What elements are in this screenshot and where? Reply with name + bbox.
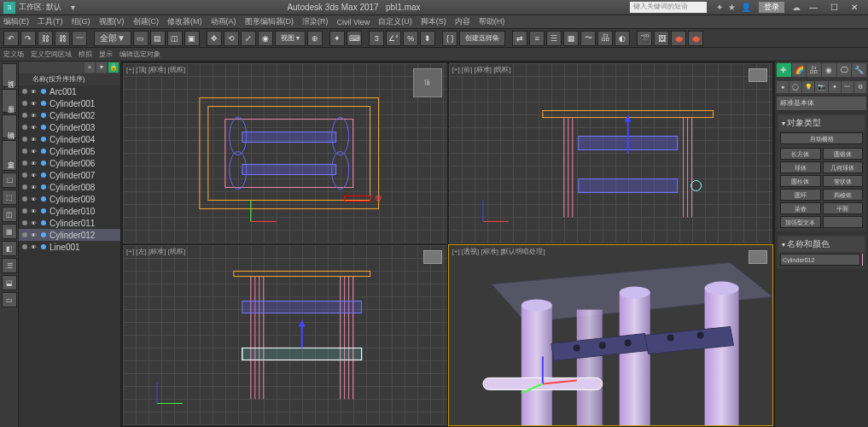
redo-button[interactable]: ↷: [20, 31, 36, 46]
render-production-button[interactable]: 🫖: [671, 31, 686, 46]
menu-group[interactable]: 组(G): [72, 16, 90, 27]
render-iterate-button[interactable]: 🫖: [688, 31, 703, 46]
visibility-dot-icon[interactable]: [22, 125, 27, 130]
rtab-display[interactable]: 显示: [2, 89, 17, 113]
visibility-dot-icon[interactable]: [22, 101, 27, 106]
vtool-1[interactable]: ☐: [2, 173, 17, 188]
se-close-icon[interactable]: ×: [84, 62, 95, 73]
user-icon[interactable]: 👤: [741, 3, 751, 12]
scene-item[interactable]: 👁Cylinder007: [19, 169, 120, 181]
pivot-center-button[interactable]: ⊕: [307, 31, 323, 46]
visibility-dot-icon[interactable]: [22, 173, 27, 178]
scene-item[interactable]: 👁Cylinder002: [19, 109, 120, 121]
cp-color-swatch[interactable]: [862, 254, 863, 266]
cp-display-tab[interactable]: 🖵: [837, 63, 852, 77]
create-primitive-button[interactable]: 四棱锥: [823, 189, 864, 201]
visibility-dot-icon[interactable]: [22, 244, 27, 249]
create-primitive-button[interactable]: 长方体: [780, 148, 821, 160]
scene-item[interactable]: 👁Cylinder003: [19, 121, 120, 133]
cp-category-dropdown[interactable]: 标准基本体: [777, 97, 866, 110]
freeze-icon[interactable]: 👁: [31, 149, 39, 155]
create-primitive-button[interactable]: 茶壶: [780, 202, 821, 214]
menu-scripting[interactable]: 脚本(S): [421, 16, 446, 27]
scene-item[interactable]: 👁Cylinder010: [19, 205, 120, 217]
vtool-2[interactable]: ⬚: [2, 190, 17, 205]
render-frame-button[interactable]: 🖼: [654, 31, 669, 46]
cp-spacewarps-icon[interactable]: 〰: [842, 81, 853, 93]
cp-cameras-icon[interactable]: 📷: [815, 81, 827, 93]
freeze-icon[interactable]: 👁: [31, 113, 39, 119]
freeze-icon[interactable]: 👁: [31, 89, 39, 95]
visibility-dot-icon[interactable]: [22, 196, 27, 202]
viewport-perspective[interactable]: [+] [透视] [标准] [默认明暗处理]: [449, 245, 773, 425]
freeze-icon[interactable]: 👁: [31, 208, 39, 214]
cp-modify-tab[interactable]: 🌈: [792, 63, 807, 77]
create-primitive-button[interactable]: 球体: [780, 161, 821, 173]
infocenter-icon[interactable]: ✦: [716, 3, 723, 12]
visibility-dot-icon[interactable]: [22, 113, 27, 118]
select-object-button[interactable]: ▭: [133, 31, 149, 46]
layers-button[interactable]: ☰: [546, 31, 562, 46]
cp-shapes-icon[interactable]: ◯: [789, 81, 801, 93]
se-filter-icon[interactable]: ▾: [96, 62, 107, 73]
vp-persp-label[interactable]: [+] [透视] [标准] [默认明暗处理]: [452, 247, 545, 256]
freeze-icon[interactable]: 👁: [31, 232, 39, 238]
curve-editor-button[interactable]: 〜: [580, 31, 596, 46]
workspace-label[interactable]: 工作区: 默认: [19, 2, 61, 13]
vp-left-label[interactable]: [+] [左] [标准] [线框]: [126, 247, 185, 256]
vp-top-label[interactable]: [+] [顶] [标准] [线框]: [126, 65, 185, 74]
ref-coord-dropdown[interactable]: 视图 ▾: [275, 31, 306, 46]
vtool-6[interactable]: ☰: [2, 258, 17, 273]
visibility-dot-icon[interactable]: [22, 137, 27, 142]
star-icon[interactable]: ★: [728, 3, 736, 12]
cp-geometry-icon[interactable]: ●: [777, 81, 789, 93]
render-setup-button[interactable]: 🎬: [637, 31, 652, 46]
cp-name-color-header[interactable]: ▾ 名称和颜色: [778, 237, 865, 252]
rtab-select[interactable]: 选择: [2, 63, 17, 87]
cp-motion-tab[interactable]: ◉: [822, 63, 836, 77]
ws-dropdown-icon[interactable]: ▾: [71, 3, 75, 12]
freeze-icon[interactable]: 👁: [31, 161, 39, 167]
freeze-icon[interactable]: 👁: [31, 196, 39, 202]
scene-item[interactable]: 👁Cylinder005: [19, 145, 120, 157]
cp-systems-icon[interactable]: ⚙: [854, 81, 866, 93]
freeze-icon[interactable]: 👁: [31, 173, 39, 178]
freeze-icon[interactable]: 👁: [31, 125, 39, 131]
create-primitive-button[interactable]: 圆环: [780, 189, 821, 201]
freeze-icon[interactable]: 👁: [31, 184, 39, 190]
menu-rendering[interactable]: 渲染(R): [302, 16, 329, 27]
help-search-input[interactable]: 键入关键词的短语: [630, 2, 707, 13]
scene-item[interactable]: 👁Cylinder012: [19, 229, 120, 241]
cp-utilities-tab[interactable]: 🔧: [852, 63, 866, 77]
viewport-front[interactable]: [+] [前] [标准] [线框]: [449, 63, 773, 243]
angle-snap-button[interactable]: ∠°: [386, 31, 401, 46]
cp-object-name-input[interactable]: [780, 254, 860, 266]
menu-edit[interactable]: 编辑(E): [3, 16, 29, 27]
select-scale-button[interactable]: ⤢: [241, 31, 256, 46]
visibility-dot-icon[interactable]: [22, 89, 27, 94]
menu-help[interactable]: 帮助(H): [479, 16, 505, 27]
bind-space-warp-button[interactable]: 〰: [72, 31, 87, 46]
scene-item[interactable]: 👁Cylinder008: [19, 181, 120, 193]
sub-edit-selected[interactable]: 编辑选定对象: [119, 50, 160, 59]
se-lock-icon[interactable]: 🔒: [108, 62, 119, 73]
scene-item[interactable]: 👁Cylinder009: [19, 193, 120, 205]
scene-item[interactable]: 👁Cylinder011: [19, 217, 120, 229]
vtool-5[interactable]: ◧: [2, 241, 17, 256]
cp-object-type-header[interactable]: ▾ 对象类型: [778, 115, 865, 131]
freeze-icon[interactable]: 👁: [31, 137, 39, 143]
selection-filter-dropdown[interactable]: 全部 ▼: [94, 31, 131, 46]
exchange-icon[interactable]: ☁: [792, 3, 801, 12]
se-object-list[interactable]: 👁Arc001👁Cylinder001👁Cylinder002👁Cylinder…: [19, 85, 120, 427]
create-primitive-button[interactable]: 平面: [823, 202, 864, 214]
create-primitive-button[interactable]: 圆柱体: [780, 175, 821, 187]
menu-content[interactable]: 内容: [455, 16, 470, 27]
menu-create[interactable]: 创建(C): [133, 16, 160, 27]
visibility-dot-icon[interactable]: [22, 220, 27, 225]
visibility-dot-icon[interactable]: [22, 232, 27, 237]
create-primitive-button[interactable]: 加强型文本: [780, 216, 821, 228]
freeze-icon[interactable]: 👁: [31, 101, 39, 107]
select-by-name-button[interactable]: ▤: [150, 31, 166, 46]
minimize-button[interactable]: —: [803, 3, 824, 12]
menu-civilview[interactable]: Civil View: [337, 18, 370, 26]
